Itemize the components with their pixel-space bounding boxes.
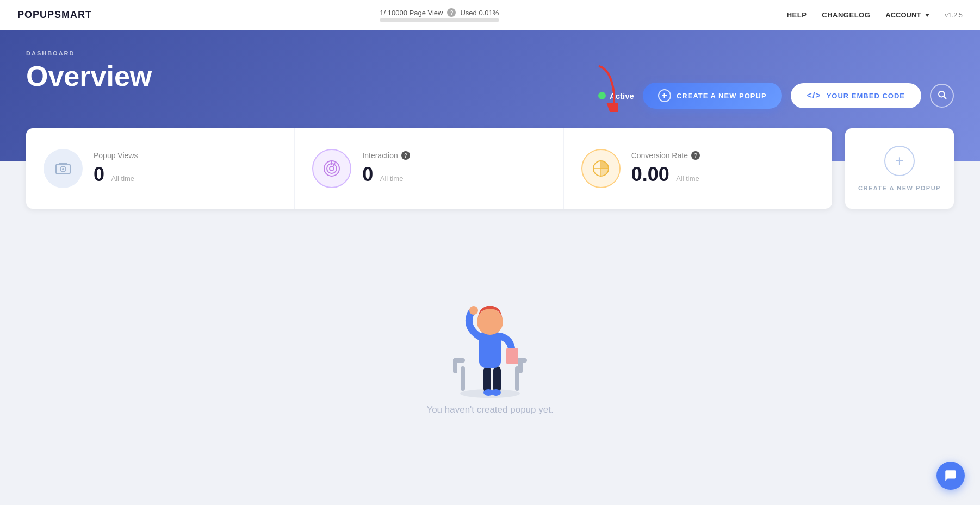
chat-bubble-button[interactable] <box>936 462 965 490</box>
interaction-period: All time <box>380 174 404 183</box>
stat-conversion: Conversion Rate ? 0.00 All time <box>564 128 832 209</box>
search-button[interactable] <box>930 84 954 108</box>
interaction-help-icon[interactable]: ? <box>401 151 410 160</box>
target-icon <box>321 158 342 179</box>
version-label: v1.2.5 <box>945 11 963 19</box>
popup-views-period: All time <box>111 174 134 183</box>
popup-views-icon-wrap <box>44 149 83 188</box>
svg-point-5 <box>62 168 64 170</box>
create-new-popup-card[interactable]: + CREATE A NEW POPUP <box>845 128 954 209</box>
empty-state: You haven't created popup yet. <box>26 209 954 432</box>
popup-views-value-row: 0 All time <box>94 163 138 186</box>
popup-views-value: 0 <box>94 163 104 185</box>
chat-icon <box>944 469 958 483</box>
svg-rect-23 <box>493 366 501 392</box>
svg-rect-6 <box>59 163 67 165</box>
popup-views-info: Popup Views 0 All time <box>94 151 138 186</box>
changelog-link[interactable]: CHANGELOG <box>822 11 870 19</box>
interaction-info: Interaction ? 0 All time <box>362 151 410 186</box>
interaction-icon-wrap <box>312 149 351 188</box>
topnav-right: HELP CHANGELOG ACCOUNT v1.2.5 <box>787 11 963 19</box>
interaction-value: 0 <box>362 163 373 185</box>
main-content: Popup Views 0 All time <box>0 128 980 458</box>
page-view-section: 1/ 10000 Page View ? Used 0.01% <box>92 8 787 22</box>
search-icon <box>937 90 947 102</box>
svg-rect-22 <box>483 366 491 392</box>
svg-rect-16 <box>461 366 465 391</box>
red-arrow-annotation <box>580 63 618 112</box>
breadcrumb: DASHBOARD <box>26 50 954 57</box>
interaction-label: Interaction ? <box>362 151 410 160</box>
empty-state-message: You haven't created popup yet. <box>426 404 553 415</box>
conversion-value: 0.00 <box>631 163 669 185</box>
stat-interaction: Interaction ? 0 All time <box>295 128 563 209</box>
logo: POPUPSMART <box>17 9 92 21</box>
account-caret-icon <box>925 14 929 17</box>
stat-popup-views: Popup Views 0 All time <box>26 128 295 209</box>
pie-icon <box>590 158 612 179</box>
embed-code-button[interactable]: </> YOUR EMBED CODE <box>791 83 921 108</box>
hero-actions: Active + CREATE A NEW POPUP </> YOUR EMB… <box>598 83 954 109</box>
create-card-plus-icon: + <box>884 146 915 176</box>
empty-state-illustration <box>430 241 550 404</box>
svg-point-28 <box>477 309 503 335</box>
account-label: ACCOUNT <box>885 11 921 19</box>
code-icon: </> <box>807 91 821 101</box>
page-view-bar <box>380 18 499 22</box>
conversion-info: Conversion Rate ? 0.00 All time <box>631 151 700 186</box>
eye-icon <box>53 159 73 178</box>
popup-views-label: Popup Views <box>94 151 138 160</box>
conversion-value-row: 0.00 All time <box>631 163 700 186</box>
stats-row: Popup Views 0 All time <box>26 128 954 209</box>
create-popup-button[interactable]: + CREATE A NEW POPUP <box>643 83 782 109</box>
svg-line-2 <box>944 96 946 98</box>
stats-card: Popup Views 0 All time <box>26 128 832 209</box>
svg-point-1 <box>939 91 945 97</box>
used-label: Used 0.01% <box>460 9 499 17</box>
interaction-value-row: 0 All time <box>362 163 410 186</box>
conversion-label: Conversion Rate ? <box>631 151 700 160</box>
embed-code-label: YOUR EMBED CODE <box>827 92 905 100</box>
svg-point-8 <box>327 164 337 173</box>
create-popup-label: CREATE A NEW POPUP <box>677 92 767 100</box>
conversion-help-icon[interactable]: ? <box>691 151 700 160</box>
account-menu[interactable]: ACCOUNT <box>885 11 929 19</box>
help-link[interactable]: HELP <box>787 11 807 19</box>
page-view-label: 1/ 10000 Page View <box>380 9 443 17</box>
conversion-icon-wrap <box>581 149 621 188</box>
conversion-period: All time <box>676 174 699 183</box>
svg-point-9 <box>330 166 334 171</box>
svg-point-25 <box>491 389 501 396</box>
svg-rect-18 <box>453 358 465 363</box>
svg-rect-27 <box>506 348 518 364</box>
create-card-label: CREATE A NEW POPUP <box>858 185 941 191</box>
page-view-help-icon[interactable]: ? <box>447 8 456 17</box>
page-view-info: 1/ 10000 Page View ? Used 0.01% <box>380 8 499 17</box>
plus-circle-icon: + <box>658 89 671 102</box>
topnav: POPUPSMART 1/ 10000 Page View ? Used 0.0… <box>0 0 980 30</box>
svg-point-29 <box>469 306 478 315</box>
